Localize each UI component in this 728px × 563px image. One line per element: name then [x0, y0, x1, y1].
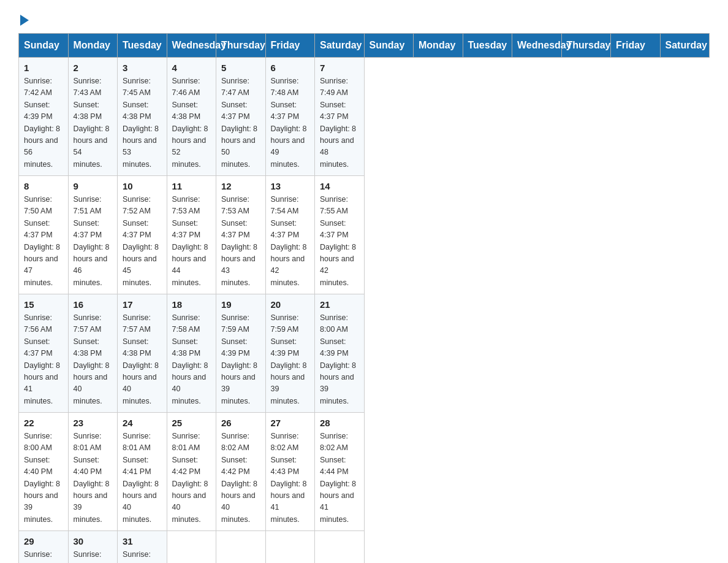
calendar-cell: 13Sunrise: 7:54 AMSunset: 4:37 PMDayligh…: [265, 176, 315, 294]
day-number: 13: [271, 181, 310, 191]
calendar-cell: 25Sunrise: 8:01 AMSunset: 4:42 PMDayligh…: [167, 413, 216, 531]
header-tuesday: Tuesday: [463, 34, 512, 58]
calendar-cell: [216, 531, 266, 564]
day-number: 30: [74, 536, 113, 546]
day-info: Sunrise: 7:58 AMSunset: 4:38 PMDaylight:…: [172, 312, 211, 407]
day-info: Sunrise: 7:56 AMSunset: 4:37 PMDaylight:…: [24, 312, 63, 407]
page-header: [18, 12, 710, 23]
day-info: Sunrise: 8:03 AMSunset: 4:46 PMDaylight:…: [123, 549, 162, 563]
header-saturday: Saturday: [315, 34, 365, 58]
day-info: Sunrise: 8:01 AMSunset: 4:42 PMDaylight:…: [172, 431, 211, 526]
header-tuesday: Tuesday: [118, 34, 167, 58]
day-number: 6: [271, 63, 310, 73]
calendar-week-row: 15Sunrise: 7:56 AMSunset: 4:37 PMDayligh…: [19, 294, 710, 413]
header-thursday: Thursday: [561, 34, 611, 58]
day-number: 5: [221, 63, 260, 73]
day-info: Sunrise: 8:03 AMSunset: 4:45 PMDaylight:…: [74, 549, 113, 563]
calendar-cell: 18Sunrise: 7:58 AMSunset: 4:38 PMDayligh…: [167, 294, 216, 413]
day-number: 10: [123, 181, 162, 191]
calendar-cell: 11Sunrise: 7:53 AMSunset: 4:37 PMDayligh…: [167, 176, 216, 294]
header-friday: Friday: [611, 34, 661, 58]
day-info: Sunrise: 8:00 AMSunset: 4:39 PMDaylight:…: [320, 312, 359, 407]
calendar-week-row: 29Sunrise: 8:02 AMSunset: 4:45 PMDayligh…: [19, 531, 710, 564]
day-info: Sunrise: 8:00 AMSunset: 4:40 PMDaylight:…: [24, 431, 63, 526]
day-info: Sunrise: 7:54 AMSunset: 4:37 PMDaylight:…: [271, 194, 310, 289]
calendar-table: SundayMondayTuesdayWednesdayThursdayFrid…: [18, 33, 710, 563]
calendar-cell: [167, 531, 216, 564]
day-info: Sunrise: 8:01 AMSunset: 4:40 PMDaylight:…: [74, 431, 113, 526]
calendar-header-row: SundayMondayTuesdayWednesdayThursdayFrid…: [19, 34, 710, 58]
day-number: 28: [320, 418, 359, 428]
day-number: 26: [221, 418, 260, 428]
calendar-cell: 30Sunrise: 8:03 AMSunset: 4:45 PMDayligh…: [68, 531, 118, 564]
day-number: 20: [271, 299, 310, 310]
calendar-cell: 19Sunrise: 7:59 AMSunset: 4:39 PMDayligh…: [216, 294, 266, 413]
day-info: Sunrise: 7:48 AMSunset: 4:37 PMDaylight:…: [271, 75, 310, 170]
day-info: Sunrise: 8:02 AMSunset: 4:42 PMDaylight:…: [221, 431, 260, 526]
day-info: Sunrise: 7:59 AMSunset: 4:39 PMDaylight:…: [271, 312, 310, 407]
day-info: Sunrise: 7:42 AMSunset: 4:39 PMDaylight:…: [24, 75, 63, 170]
calendar-cell: 28Sunrise: 8:02 AMSunset: 4:44 PMDayligh…: [315, 413, 365, 531]
header-saturday: Saturday: [660, 34, 710, 58]
day-number: 17: [123, 299, 162, 310]
calendar-cell: 21Sunrise: 8:00 AMSunset: 4:39 PMDayligh…: [315, 294, 365, 413]
calendar-cell: 4Sunrise: 7:46 AMSunset: 4:38 PMDaylight…: [167, 58, 216, 176]
day-number: 21: [320, 299, 359, 310]
day-number: 19: [221, 299, 260, 310]
day-info: Sunrise: 7:57 AMSunset: 4:38 PMDaylight:…: [74, 312, 113, 407]
calendar-cell: 16Sunrise: 7:57 AMSunset: 4:38 PMDayligh…: [68, 294, 118, 413]
day-number: 12: [221, 181, 260, 191]
calendar-cell: 31Sunrise: 8:03 AMSunset: 4:46 PMDayligh…: [118, 531, 167, 564]
day-number: 15: [24, 299, 63, 310]
calendar-week-row: 1Sunrise: 7:42 AMSunset: 4:39 PMDaylight…: [19, 58, 710, 176]
calendar-cell: 20Sunrise: 7:59 AMSunset: 4:39 PMDayligh…: [265, 294, 315, 413]
header-thursday: Thursday: [216, 34, 266, 58]
day-info: Sunrise: 8:02 AMSunset: 4:44 PMDaylight:…: [320, 431, 359, 526]
calendar-cell: 14Sunrise: 7:55 AMSunset: 4:37 PMDayligh…: [315, 176, 365, 294]
day-number: 23: [74, 418, 113, 428]
day-info: Sunrise: 7:59 AMSunset: 4:39 PMDaylight:…: [221, 312, 260, 407]
day-info: Sunrise: 7:45 AMSunset: 4:38 PMDaylight:…: [123, 75, 162, 170]
calendar-cell: 5Sunrise: 7:47 AMSunset: 4:37 PMDaylight…: [216, 58, 266, 176]
day-number: 11: [172, 181, 211, 191]
header-friday: Friday: [265, 34, 315, 58]
calendar-cell: 1Sunrise: 7:42 AMSunset: 4:39 PMDaylight…: [19, 58, 69, 176]
day-number: 8: [24, 181, 63, 191]
day-number: 3: [123, 63, 162, 73]
calendar-cell: 22Sunrise: 8:00 AMSunset: 4:40 PMDayligh…: [19, 413, 69, 531]
day-info: Sunrise: 7:49 AMSunset: 4:37 PMDaylight:…: [320, 75, 359, 170]
day-info: Sunrise: 7:57 AMSunset: 4:38 PMDaylight:…: [123, 312, 162, 407]
day-info: Sunrise: 7:53 AMSunset: 4:37 PMDaylight:…: [221, 194, 260, 289]
header-monday: Monday: [414, 34, 463, 58]
header-wednesday: Wednesday: [167, 34, 216, 58]
calendar-cell: 23Sunrise: 8:01 AMSunset: 4:40 PMDayligh…: [68, 413, 118, 531]
calendar-cell: 17Sunrise: 7:57 AMSunset: 4:38 PMDayligh…: [118, 294, 167, 413]
day-info: Sunrise: 7:50 AMSunset: 4:37 PMDaylight:…: [24, 194, 63, 289]
day-info: Sunrise: 7:52 AMSunset: 4:37 PMDaylight:…: [123, 194, 162, 289]
logo-arrow-icon: [20, 15, 29, 26]
calendar-cell: 6Sunrise: 7:48 AMSunset: 4:37 PMDaylight…: [265, 58, 315, 176]
header-sunday: Sunday: [364, 34, 414, 58]
calendar-cell: [265, 531, 315, 564]
day-info: Sunrise: 7:55 AMSunset: 4:37 PMDaylight:…: [320, 194, 359, 289]
calendar-cell: 26Sunrise: 8:02 AMSunset: 4:42 PMDayligh…: [216, 413, 266, 531]
logo: [18, 12, 29, 23]
day-number: 14: [320, 181, 359, 191]
day-number: 22: [24, 418, 63, 428]
calendar-cell: 29Sunrise: 8:02 AMSunset: 4:45 PMDayligh…: [19, 531, 69, 564]
calendar-cell: 3Sunrise: 7:45 AMSunset: 4:38 PMDaylight…: [118, 58, 167, 176]
day-number: 18: [172, 299, 211, 310]
day-number: 16: [74, 299, 113, 310]
day-info: Sunrise: 7:46 AMSunset: 4:38 PMDaylight:…: [172, 75, 211, 170]
day-info: Sunrise: 7:51 AMSunset: 4:37 PMDaylight:…: [74, 194, 113, 289]
calendar-cell: 8Sunrise: 7:50 AMSunset: 4:37 PMDaylight…: [19, 176, 69, 294]
header-sunday: Sunday: [19, 34, 69, 58]
calendar-cell: 9Sunrise: 7:51 AMSunset: 4:37 PMDaylight…: [68, 176, 118, 294]
day-number: 27: [271, 418, 310, 428]
day-info: Sunrise: 8:02 AMSunset: 4:43 PMDaylight:…: [271, 431, 310, 526]
calendar-week-row: 8Sunrise: 7:50 AMSunset: 4:37 PMDaylight…: [19, 176, 710, 294]
calendar-cell: 27Sunrise: 8:02 AMSunset: 4:43 PMDayligh…: [265, 413, 315, 531]
day-number: 24: [123, 418, 162, 428]
day-info: Sunrise: 7:47 AMSunset: 4:37 PMDaylight:…: [221, 75, 260, 170]
day-info: Sunrise: 8:01 AMSunset: 4:41 PMDaylight:…: [123, 431, 162, 526]
